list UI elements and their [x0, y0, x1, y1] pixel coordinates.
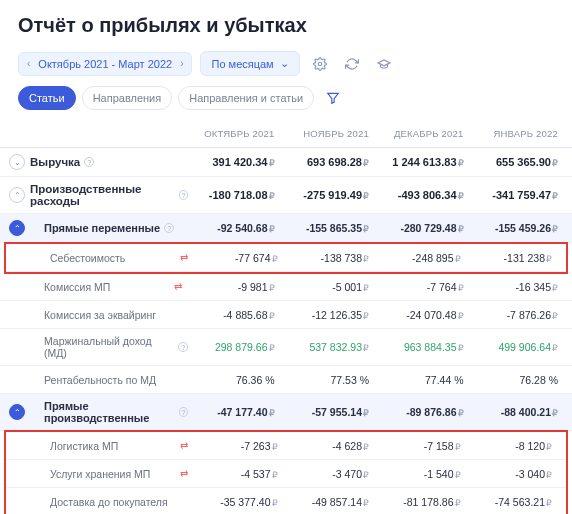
row-label: Логистика МП: [50, 440, 118, 452]
cell: -4 885.68₽: [188, 309, 283, 321]
cell: -155 865.35₽: [283, 222, 378, 234]
row-label: Прямые производственные: [44, 400, 175, 424]
education-icon[interactable]: [372, 52, 396, 76]
cell: 76.36 %: [188, 374, 283, 386]
col-header: ОКТЯБРЬ 2021: [188, 128, 283, 139]
svg-point-0: [318, 62, 322, 66]
row-label: Доставка до покупателя: [50, 496, 168, 508]
col-header: ДЕКАБРЬ 2021: [377, 128, 472, 139]
cell: -47 177.40₽: [188, 406, 283, 418]
cell: -138 738₽: [286, 252, 378, 264]
collapse-toggle[interactable]: ⌃: [9, 404, 25, 420]
tab-directions-articles[interactable]: Направления и статьи: [178, 86, 314, 110]
cell: -49 857.14₽: [286, 496, 378, 508]
cell: 655 365.90₽: [472, 156, 567, 168]
cell: -57 955.14₽: [283, 406, 378, 418]
cell: -92 540.68₽: [188, 222, 283, 234]
col-header: НОЯБРЬ 2021: [283, 128, 378, 139]
highlight-box: Логистика МП⇄ -7 263₽ -4 628₽ -7 158₽ -8…: [4, 430, 568, 514]
row-label: Маржинальный доход (МД): [44, 335, 174, 359]
cell: -4 537₽: [194, 468, 286, 480]
help-icon[interactable]: ?: [178, 342, 188, 352]
cell: -341 759.47₽: [472, 189, 567, 201]
cell: 963 884.35₽: [377, 341, 472, 353]
cell: -35 377.40₽: [194, 496, 286, 508]
highlight-box: Себестоимость⇄ -77 674₽ -138 738₽ -248 8…: [4, 242, 568, 274]
cell: -155 459.26₽: [472, 222, 567, 234]
date-range-picker[interactable]: ‹ Октябрь 2021 - Март 2022 ›: [18, 52, 192, 76]
cell: 537 832.93₽: [283, 341, 378, 353]
cell: -493 806.34₽: [377, 189, 472, 201]
cell: -280 729.48₽: [377, 222, 472, 234]
link-icon[interactable]: ⇄: [180, 252, 188, 263]
row-prod-expenses: ⌃ Производственные расходы? -180 718.08₽…: [0, 177, 572, 214]
row-label: Услуги хранения МП: [50, 468, 150, 480]
link-icon[interactable]: ⇄: [180, 440, 188, 451]
link-icon[interactable]: ⇄: [174, 281, 182, 292]
cell: 391 420.34₽: [188, 156, 283, 168]
cell: -5 001₽: [283, 281, 378, 293]
cell: -81 178.86₽: [377, 496, 469, 508]
page-title: Отчёт о прибылях и убытках: [0, 0, 572, 47]
cell: 693 698.28₽: [283, 156, 378, 168]
cell: -3 470₽: [286, 468, 378, 480]
cell: 1 244 613.83₽: [377, 156, 472, 168]
cell: -1 540₽: [377, 468, 469, 480]
row-logistics: Логистика МП⇄ -7 263₽ -4 628₽ -7 158₽ -8…: [6, 432, 566, 460]
refresh-icon[interactable]: [340, 52, 364, 76]
granularity-dropdown[interactable]: По месяцам ⌄: [200, 51, 299, 76]
cell: -248 895₽: [377, 252, 469, 264]
row-rentability: Рентабельность по МД 76.36 % 77.53 % 77.…: [0, 366, 572, 394]
cell: 298 879.66₽: [188, 341, 283, 353]
help-icon[interactable]: ?: [179, 407, 188, 417]
tab-directions[interactable]: Направления: [82, 86, 173, 110]
cell: -9 981₽: [188, 281, 283, 293]
help-icon[interactable]: ?: [84, 157, 94, 167]
row-label: Выручка: [30, 156, 80, 168]
collapse-toggle[interactable]: ⌃: [9, 220, 25, 236]
cell: -89 876.86₽: [377, 406, 472, 418]
chevron-right-icon: ›: [180, 58, 183, 69]
link-icon[interactable]: ⇄: [180, 468, 188, 479]
collapse-toggle[interactable]: ⌃: [9, 187, 25, 203]
row-margin: Маржинальный доход (МД)? 298 879.66₽ 537…: [0, 329, 572, 366]
help-icon[interactable]: ?: [164, 223, 174, 233]
filter-icon[interactable]: [326, 91, 340, 105]
cell: -131 238₽: [469, 252, 561, 264]
cell: -8 120₽: [469, 440, 561, 452]
cell: -4 628₽: [286, 440, 378, 452]
date-range-label: Октябрь 2021 - Март 2022: [38, 58, 172, 70]
row-storage: Услуги хранения МП⇄ -4 537₽ -3 470₽ -1 5…: [6, 460, 566, 488]
help-icon[interactable]: ?: [179, 190, 188, 200]
chevron-left-icon: ‹: [27, 58, 30, 69]
row-revenue: ⌄ Выручка? 391 420.34₽ 693 698.28₽ 1 244…: [0, 148, 572, 177]
cell: -74 563.21₽: [469, 496, 561, 508]
row-cogs: Себестоимость⇄ -77 674₽ -138 738₽ -248 8…: [6, 244, 566, 272]
cell: 76.28 %: [472, 374, 567, 386]
row-label: Рентабельность по МД: [44, 374, 156, 386]
cell: -24 070.48₽: [377, 309, 472, 321]
cell: 77.53 %: [283, 374, 378, 386]
cell: -77 674₽: [194, 252, 286, 264]
row-label: Комиссия МП: [44, 281, 110, 293]
cell: -7 158₽: [377, 440, 469, 452]
row-label: Прямые переменные: [44, 222, 160, 234]
row-direct-production: ⌃ Прямые производственные? -47 177.40₽ -…: [0, 394, 572, 431]
row-label: Комиссия за эквайринг: [44, 309, 156, 321]
cell: -88 400.21₽: [472, 406, 567, 418]
row-direct-variable: ⌃ Прямые переменные? -92 540.68₽ -155 86…: [0, 214, 572, 243]
cell: -180 718.08₽: [188, 189, 283, 201]
tab-articles[interactable]: Статьи: [18, 86, 76, 110]
cell: -12 126.35₽: [283, 309, 378, 321]
cell: -3 040₽: [469, 468, 561, 480]
cell: -16 345₽: [472, 281, 567, 293]
row-mp-commission: Комиссия МП⇄ -9 981₽ -5 001₽ -7 764₽ -16…: [0, 273, 572, 301]
cell: 499 906.64₽: [472, 341, 567, 353]
granularity-label: По месяцам: [211, 58, 273, 70]
cell: -7 764₽: [377, 281, 472, 293]
tabs: Статьи Направления Направления и статьи: [0, 86, 572, 120]
collapse-toggle[interactable]: ⌄: [9, 154, 25, 170]
row-acquiring: Комиссия за эквайринг -4 885.68₽ -12 126…: [0, 301, 572, 329]
settings-icon[interactable]: [308, 52, 332, 76]
row-label: Себестоимость: [50, 252, 125, 264]
